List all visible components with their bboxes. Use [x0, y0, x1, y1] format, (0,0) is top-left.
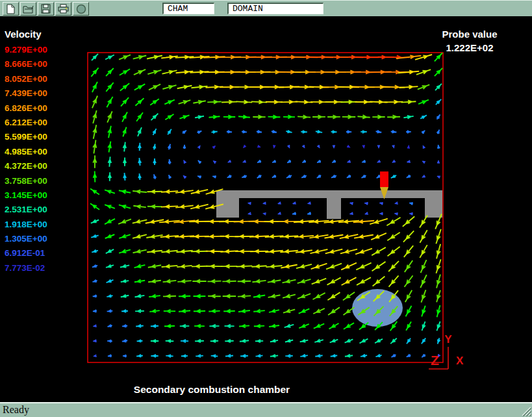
axis-triad: YXZ	[429, 333, 464, 369]
print-button[interactable]	[55, 2, 71, 16]
plot-caption: Secondary combustion chamber	[108, 384, 316, 396]
axis-label-y: Y	[444, 333, 452, 346]
viewport[interactable]: Velocity 9.279E+008.666E+008.052E+007.43…	[0, 16, 532, 401]
save-floppy-icon	[41, 4, 51, 14]
toolbar	[0, 0, 532, 16]
axis-label-z: Z	[431, 353, 439, 368]
application-window: { "toolbar": { "buttons": [ {"name": "ne…	[0, 0, 532, 417]
status-bar-highlight	[0, 402, 532, 403]
printer-icon	[58, 4, 69, 14]
open-folder-icon	[23, 5, 34, 14]
axis-label-x: X	[456, 355, 464, 367]
vector-field-svg[interactable]: YXZ	[0, 16, 532, 401]
open-file-button[interactable]	[20, 2, 36, 16]
status-text: Ready	[3, 404, 29, 416]
save-file-button[interactable]	[38, 2, 54, 16]
record-circle-icon	[76, 4, 86, 14]
new-document-icon	[6, 4, 16, 14]
domain-field[interactable]	[227, 3, 323, 14]
cham-field[interactable]	[162, 3, 214, 14]
resize-grip-icon[interactable]	[520, 405, 531, 416]
status-bar: Ready	[0, 401, 532, 417]
record-button[interactable]	[73, 2, 89, 16]
new-file-button[interactable]	[3, 2, 19, 16]
